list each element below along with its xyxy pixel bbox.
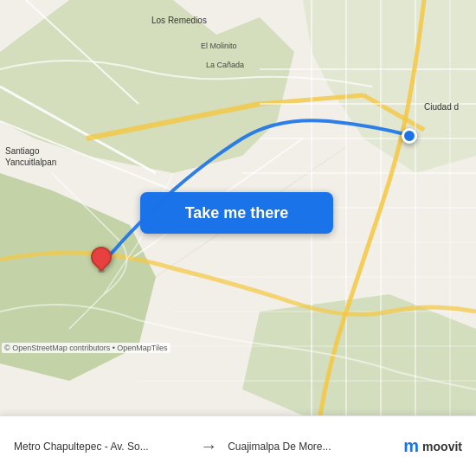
destination-marker: [91, 247, 112, 273]
moovit-logo-text: moovit: [422, 440, 462, 453]
destination-text: Cuajimalpa De More...: [228, 441, 403, 453]
moovit-logo-letter: m: [403, 436, 419, 456]
route-line: [0, 0, 476, 415]
origin-marker: [402, 128, 417, 144]
moovit-logo: m moovit: [403, 436, 462, 456]
arrow-icon: →: [200, 436, 217, 456]
bottom-bar: Metro Chapultepec - Av. So... → Cuajimal…: [0, 415, 476, 476]
origin-text: Metro Chapultepec - Av. So...: [14, 441, 190, 453]
map-container: Los Remedios El Molinito La Cañada Santi…: [0, 0, 476, 415]
